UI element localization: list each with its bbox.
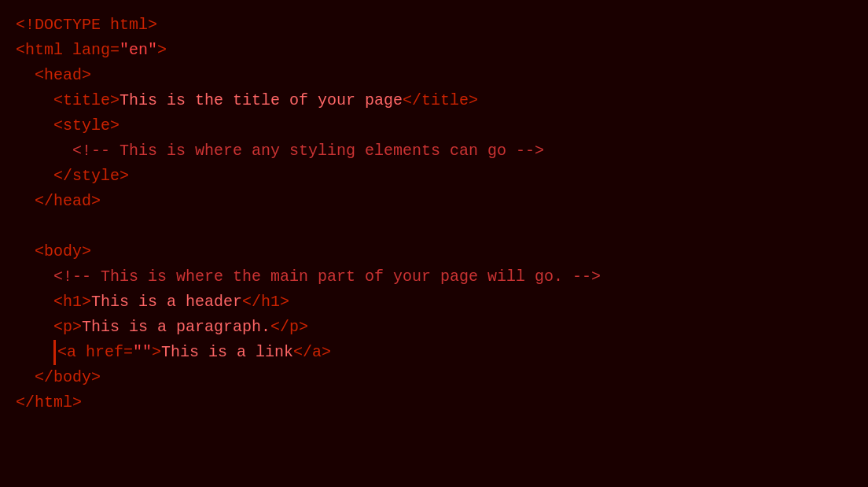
- line-4: <title>This is the title of your page</t…: [53, 88, 852, 113]
- head-open-tag: <head>: [35, 63, 91, 88]
- href-value: "": [133, 340, 152, 365]
- h1-text: This is a header: [91, 290, 242, 315]
- style-open-tag: <style>: [53, 113, 120, 138]
- style-comment: <!-- This is where any styling elements …: [72, 138, 544, 164]
- line-14: <a href="">This is a link</a>: [53, 340, 852, 365]
- line-5: <style>: [53, 113, 852, 138]
- p-close-tag: </p>: [270, 315, 308, 340]
- line-6: <!-- This is where any styling elements …: [72, 138, 852, 164]
- title-text: This is the title of your page: [120, 88, 403, 113]
- style-close-tag: </style>: [53, 164, 129, 189]
- line-2: <html lang="en">: [16, 38, 852, 63]
- line-1: <!DOCTYPE html>: [16, 13, 852, 38]
- lang-value: "en": [120, 38, 157, 63]
- line-16: </html>: [16, 390, 852, 415]
- a-open-tag: <a: [57, 340, 86, 365]
- body-open-tag: <body>: [35, 239, 91, 264]
- href-attr: href=: [86, 340, 133, 365]
- p-text: This is a paragraph.: [82, 315, 270, 340]
- head-close-tag: </head>: [35, 189, 101, 214]
- blank-line-1: [16, 214, 852, 239]
- body-comment: <!-- This is where the main part of your…: [53, 264, 601, 290]
- doctype-tag: <!DOCTYPE html>: [16, 13, 157, 38]
- a-text: This is a link: [161, 340, 293, 365]
- line-12: <h1>This is a header</h1>: [53, 290, 852, 315]
- title-open-tag: <title>: [53, 88, 120, 113]
- a-close-tag: </a>: [293, 340, 331, 365]
- line-10: <body>: [35, 239, 852, 264]
- h1-close-tag: </h1>: [242, 290, 289, 315]
- html-close-tag: </html>: [16, 390, 82, 415]
- p-open-tag: <p>: [53, 315, 82, 340]
- h1-open-tag: <h1>: [53, 290, 91, 315]
- body-close-tag: </body>: [35, 365, 101, 390]
- line-3: <head>: [35, 63, 852, 88]
- line-8: </head>: [35, 189, 852, 214]
- line-7: </style>: [53, 164, 852, 189]
- line-13: <p>This is a paragraph.</p>: [53, 315, 852, 340]
- html-open-tag: <html: [16, 38, 72, 63]
- code-editor[interactable]: <!DOCTYPE html> <html lang="en"> <head> …: [0, 0, 868, 487]
- lang-attr: lang=: [72, 38, 120, 63]
- title-close-tag: </title>: [403, 88, 478, 113]
- line-11: <!-- This is where the main part of your…: [53, 264, 852, 290]
- line-15: </body>: [35, 365, 852, 390]
